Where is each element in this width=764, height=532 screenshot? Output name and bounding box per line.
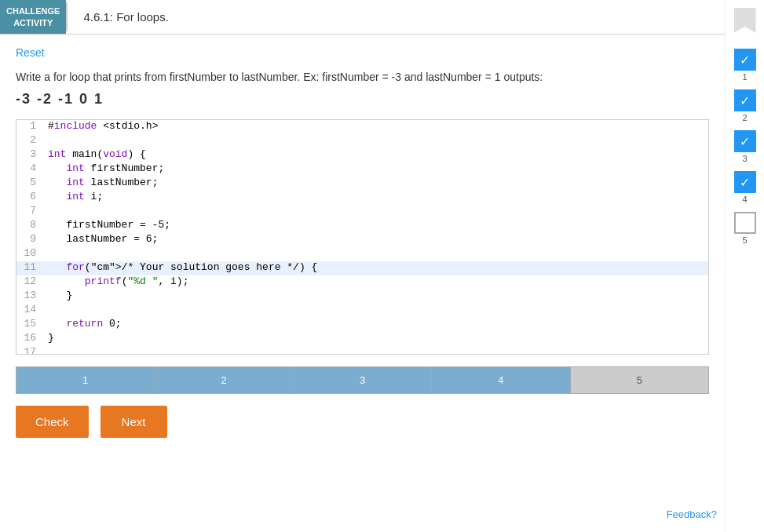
sidebar-item-num: 4 <box>742 195 747 204</box>
sidebar-item-4[interactable]: ✓4 <box>734 171 756 204</box>
line-number: 11 <box>16 261 44 275</box>
sidebar-item-num: 3 <box>742 154 747 163</box>
line-code: } <box>44 290 708 304</box>
line-number: 7 <box>16 205 44 219</box>
line-number: 4 <box>16 162 44 177</box>
check-button[interactable]: Check <box>16 406 89 438</box>
instruction-text: Write a for loop that prints from firstN… <box>16 71 709 83</box>
line-code <box>44 205 708 219</box>
line-number: 15 <box>16 318 44 332</box>
code-line: 14 <box>16 304 708 318</box>
sidebar: ✓1✓2✓3✓45 <box>725 0 764 532</box>
code-line: 6 int i; <box>16 191 708 205</box>
line-code: int lastNumber; <box>44 177 708 191</box>
line-code <box>44 247 708 261</box>
code-line: 9 lastNumber = 6; <box>16 233 708 247</box>
action-buttons: Check Next <box>16 406 709 438</box>
line-number: 17 <box>16 346 44 355</box>
check-icon: ✓ <box>734 171 756 193</box>
next-button[interactable]: Next <box>101 406 167 438</box>
code-line: 3int main(void) { <box>16 148 708 162</box>
check-icon: ✓ <box>734 89 756 111</box>
line-number: 2 <box>16 134 44 148</box>
progress-seg-2[interactable]: 2 <box>155 367 293 393</box>
empty-check-icon <box>734 212 756 234</box>
line-code: return 0; <box>44 318 708 332</box>
line-code <box>44 134 708 148</box>
bookmark-icon <box>734 8 756 33</box>
line-number: 5 <box>16 177 44 191</box>
code-line: 11 for("cm">/* Your solution goes here *… <box>16 261 708 275</box>
line-code: #include <stdio.h> <box>44 120 708 134</box>
code-line: 5 int lastNumber; <box>16 177 708 191</box>
code-line: 4 int firstNumber; <box>16 162 708 177</box>
line-number: 14 <box>16 304 44 318</box>
output-example: -3 -2 -1 0 1 <box>16 91 709 107</box>
line-number: 9 <box>16 233 44 247</box>
line-number: 3 <box>16 148 44 162</box>
line-code <box>44 304 708 318</box>
sidebar-item-3[interactable]: ✓3 <box>734 130 756 163</box>
sidebar-item-2[interactable]: ✓2 <box>734 89 756 122</box>
line-code: int firstNumber; <box>44 162 708 177</box>
progress-seg-1[interactable]: 1 <box>16 367 155 393</box>
code-line: 16} <box>16 332 708 346</box>
line-code: int main(void) { <box>44 148 708 162</box>
progress-seg-4[interactable]: 4 <box>432 367 570 393</box>
line-number: 12 <box>16 275 44 290</box>
sidebar-item-num: 1 <box>742 72 747 82</box>
line-number: 8 <box>16 219 44 233</box>
code-line: 13 } <box>16 290 708 304</box>
sidebar-item-5[interactable]: 5 <box>734 212 756 245</box>
reset-button[interactable]: Reset <box>16 46 45 59</box>
code-table: 1#include <stdio.h>23int main(void) {4 i… <box>16 120 708 355</box>
challenge-activity-label: CHALLENGE ACTIVITY <box>0 0 66 34</box>
check-icon: ✓ <box>734 49 756 71</box>
page-title: 4.6.1: For loops. <box>66 2 184 31</box>
code-line: 7 <box>16 205 708 219</box>
line-code <box>44 346 708 355</box>
progress-bar: 12345 <box>16 366 709 394</box>
code-line: 8 firstNumber = -5; <box>16 219 708 233</box>
line-code: firstNumber = -5; <box>44 219 708 233</box>
sidebar-item-num: 5 <box>742 235 747 245</box>
feedback-link[interactable]: Feedback? <box>667 508 717 520</box>
line-code: } <box>44 332 708 346</box>
line-number: 13 <box>16 290 44 304</box>
header: CHALLENGE ACTIVITY 4.6.1: For loops. <box>0 0 764 35</box>
line-code: lastNumber = 6; <box>44 233 708 247</box>
sidebar-item-num: 2 <box>742 113 747 122</box>
code-editor[interactable]: 1#include <stdio.h>23int main(void) {4 i… <box>16 119 709 355</box>
progress-seg-5[interactable]: 5 <box>571 367 708 393</box>
progress-seg-3[interactable]: 3 <box>294 367 432 393</box>
code-line: 17 <box>16 346 708 355</box>
line-number: 1 <box>16 120 44 134</box>
code-line: 10 <box>16 247 708 261</box>
sidebar-item-1[interactable]: ✓1 <box>734 49 756 82</box>
code-line: 1#include <stdio.h> <box>16 120 708 134</box>
line-number: 10 <box>16 247 44 261</box>
line-code: printf("%d ", i); <box>44 275 708 290</box>
line-code: int i; <box>44 191 708 205</box>
line-code: for("cm">/* Your solution goes here */) … <box>44 261 708 275</box>
code-line: 15 return 0; <box>16 318 708 332</box>
check-icon: ✓ <box>734 130 756 152</box>
main-content: Reset Write a for loop that prints from … <box>0 35 725 532</box>
code-line: 2 <box>16 134 708 148</box>
code-line: 12 printf("%d ", i); <box>16 275 708 290</box>
line-number: 6 <box>16 191 44 205</box>
line-number: 16 <box>16 332 44 346</box>
